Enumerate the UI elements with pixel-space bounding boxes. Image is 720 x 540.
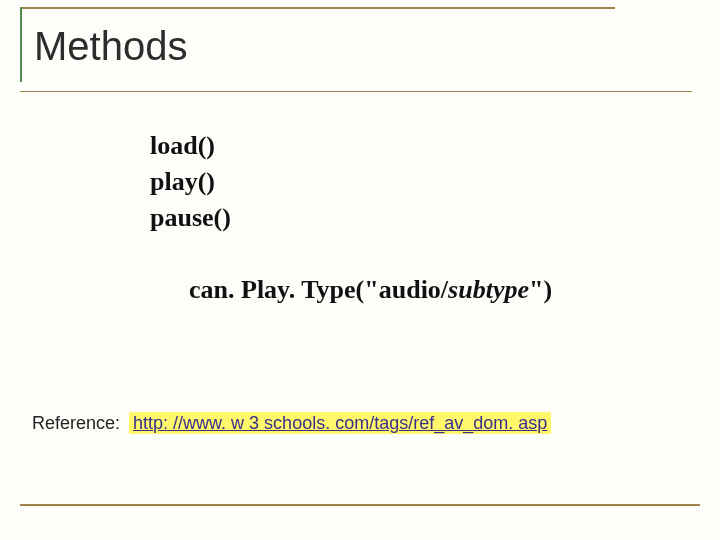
reference-label: Reference: [32, 413, 124, 433]
method-item: pause() [150, 200, 700, 236]
page-title: Methods [28, 12, 700, 91]
title-top-rule [20, 7, 615, 9]
title-left-rule [20, 7, 22, 82]
method-item: load() [150, 128, 700, 164]
method-text-suffix: ") [529, 275, 552, 304]
method-item: play() [150, 164, 700, 200]
method-item: can. Play. Type("audio/subtype") [150, 236, 700, 344]
reference-line: Reference: http: //www. w 3 schools. com… [32, 413, 700, 434]
footer-rule [20, 504, 700, 506]
method-text-italic: subtype [448, 275, 529, 304]
title-bottom-rule [20, 91, 692, 92]
slide: Methods load() play() pause() can. Play.… [0, 0, 720, 540]
reference-link[interactable]: http: //www. w 3 schools. com/tags/ref_a… [129, 412, 551, 434]
methods-list: load() play() pause() can. Play. Type("a… [150, 128, 700, 343]
method-text-prefix: can. Play. Type("audio/ [189, 275, 448, 304]
title-block: Methods [28, 12, 700, 92]
